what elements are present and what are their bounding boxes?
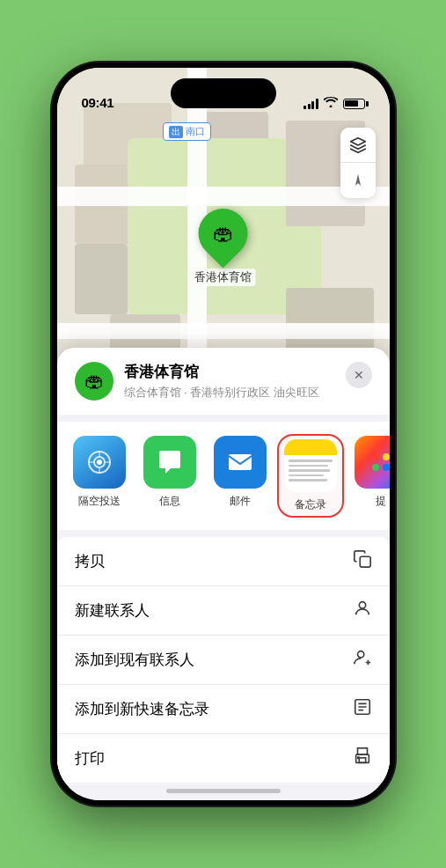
exit-name: 南口 — [186, 125, 205, 138]
battery-icon — [343, 99, 365, 109]
more-label: 提 — [376, 494, 386, 509]
mail-label: 邮件 — [230, 494, 251, 509]
notes-label: 备忘录 — [295, 497, 326, 512]
action-print[interactable]: 打印 — [57, 734, 390, 783]
exit-icon: 出 — [169, 126, 183, 138]
stadium-icon: 🏟 — [213, 221, 234, 246]
map-controls — [340, 128, 376, 198]
svg-point-2 — [97, 460, 102, 465]
map-layers-button[interactable] — [340, 128, 376, 163]
airdrop-icon — [73, 436, 126, 489]
action-list: 拷贝 新建联系人 — [57, 537, 390, 783]
bottom-sheet: 🏟 香港体育馆 综合体育馆 · 香港特别行政区 油尖旺区 ✕ — [57, 348, 390, 800]
action-copy[interactable]: 拷贝 — [57, 537, 390, 586]
print-icon — [353, 747, 372, 770]
svg-point-11 — [357, 757, 359, 759]
more-dots-icon — [372, 453, 390, 471]
quick-note-icon — [353, 697, 372, 721]
messages-label: 信息 — [159, 494, 180, 509]
action-new-contact[interactable]: 新建联系人 — [57, 586, 390, 636]
svg-rect-10 — [359, 758, 365, 763]
copy-icon — [353, 549, 372, 573]
phone-screen: 09:41 — [57, 68, 390, 800]
add-contact-icon — [353, 648, 372, 672]
phone-frame: 09:41 — [52, 63, 395, 805]
signal-icon — [303, 99, 318, 109]
action-add-existing-label: 添加到现有联系人 — [75, 650, 194, 670]
share-item-airdrop[interactable]: 隔空投送 — [68, 436, 131, 516]
action-copy-label: 拷贝 — [75, 551, 105, 571]
status-icons — [303, 97, 365, 110]
share-item-mail[interactable]: 邮件 — [208, 436, 272, 516]
share-item-messages[interactable]: 信息 — [138, 436, 201, 516]
map-exit-label: 出 南口 — [163, 122, 211, 141]
new-contact-icon — [353, 599, 372, 622]
action-print-label: 打印 — [75, 748, 105, 769]
action-quick-note[interactable]: 添加到新快速备忘录 — [57, 685, 390, 734]
close-button[interactable]: ✕ — [346, 362, 372, 388]
location-info: 香港体育馆 综合体育馆 · 香港特别行政区 油尖旺区 — [124, 362, 335, 401]
location-subtitle: 综合体育馆 · 香港特别行政区 油尖旺区 — [124, 385, 335, 401]
svg-rect-4 — [360, 556, 370, 567]
share-row: 隔空投送 信息 — [57, 422, 390, 530]
location-card: 🏟 香港体育馆 综合体育馆 · 香港特别行政区 油尖旺区 ✕ — [57, 348, 390, 415]
location-venue-icon: 🏟 — [75, 362, 113, 401]
svg-rect-3 — [229, 454, 252, 470]
status-time: 09:41 — [82, 95, 114, 110]
share-item-notes[interactable]: 备忘录 — [279, 436, 342, 516]
stadium-marker: 🏟 香港体育馆 — [191, 209, 255, 286]
stadium-name-label: 香港体育馆 — [191, 268, 255, 286]
map-location-button[interactable] — [340, 163, 376, 198]
action-new-contact-label: 新建联系人 — [75, 600, 150, 621]
location-title: 香港体育馆 — [124, 362, 335, 382]
airdrop-label: 隔空投送 — [78, 494, 121, 509]
svg-point-6 — [357, 651, 363, 658]
action-quick-note-label: 添加到新快速备忘录 — [75, 699, 209, 719]
wifi-icon — [324, 97, 338, 110]
dynamic-island — [171, 78, 276, 108]
svg-point-5 — [359, 602, 365, 608]
more-icon — [355, 436, 390, 489]
home-indicator — [166, 789, 281, 793]
notes-icon — [284, 439, 337, 492]
share-item-more[interactable]: 提 — [349, 436, 390, 516]
svg-rect-8 — [357, 748, 367, 754]
messages-icon — [143, 436, 196, 489]
stadium-pin: 🏟 — [188, 198, 258, 268]
action-add-existing-contact[interactable]: 添加到现有联系人 — [57, 636, 390, 685]
mail-icon — [214, 436, 267, 489]
